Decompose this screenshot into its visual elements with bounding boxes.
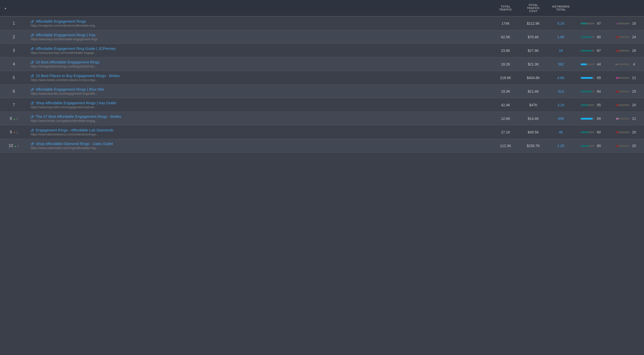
traffic-cell: 174K [493, 16, 518, 30]
page-title-container: Affordable Engagement Rings [31, 19, 490, 23]
page-url: https://www.brides.com/best-places-to-bu… [31, 78, 490, 82]
page-url: https://www.jcpenney.com/m/affordable-en… [31, 51, 490, 55]
page-title[interactable]: Shop Affordable Diamond Rings - Zales Ou… [36, 141, 113, 146]
cost-cell: $21.3K [518, 57, 548, 71]
pt-bar: 4 [616, 62, 637, 66]
pt-cell: 20 [609, 98, 644, 112]
dt-cell: 44 [574, 57, 609, 71]
pt-bar: 20 [616, 103, 637, 107]
traffic-cell: 12.6K [493, 112, 518, 125]
page-url: https://www.brides.com/gallery/affordabl… [31, 119, 490, 123]
dt-bar: 87 [581, 49, 602, 53]
table-row: 4 10 Best Affordable Engagement Rings ht… [0, 57, 644, 71]
keywords-cell: 582 [548, 57, 574, 71]
page-title-container: Shop Affordable Engagement Rings | Kay O… [31, 101, 490, 105]
cost-cell: $404.8K [518, 71, 548, 85]
col-header-traffic-cost: TOTALTRAFFICCOST [518, 0, 548, 16]
pt-bar: 20 [616, 144, 637, 148]
dt-cell: 89 [574, 71, 609, 85]
external-link-icon [31, 47, 34, 50]
position-cell: 3 [0, 44, 28, 57]
keywords-cell: 4K [548, 125, 574, 139]
dt-bar: 60 [581, 130, 602, 134]
page-title[interactable]: 15 Best Places to Buy Engagement Rings -… [36, 74, 120, 78]
cost-cell: $150.7K [518, 139, 548, 153]
col-header-position[interactable]: ▲ [0, 0, 28, 16]
page-title-container: The 27 Best Affordable Engagement Rings … [31, 114, 490, 119]
cost-cell: $27.9K [518, 44, 548, 57]
position-cell: 9 ▼1 [0, 125, 28, 139]
dt-bar: 89 [581, 117, 602, 121]
dt-bar: 80 [581, 35, 602, 39]
col-header-pt [609, 0, 644, 16]
pt-bar: 25 [616, 89, 637, 93]
table-row: 2 Affordable Engagement Rings | Kay http… [0, 30, 644, 44]
page-url: https://www.zalesoutlet.com/rings/afford… [31, 146, 490, 150]
page-title-container: Engagement Rings - Affordable Lab Diamon… [31, 128, 490, 132]
page-title[interactable]: Affordable Engagement Rings [36, 19, 86, 23]
pt-cell: 25 [609, 85, 644, 98]
page-url: https://modgents.com/collections/afforda… [31, 24, 490, 27]
table-row: 1 Affordable Engagement Rings https://mo… [0, 16, 644, 30]
keywords-cell: 4.6K [548, 71, 574, 85]
dt-bar: 89 [581, 76, 602, 80]
position-cell: 6 [0, 85, 28, 98]
col-header-url [28, 0, 493, 16]
page-title[interactable]: Affordable Engagement Rings | Blue Nile [36, 87, 104, 91]
pt-bar: 26 [616, 49, 637, 53]
dt-bar: 44 [581, 62, 602, 66]
position-cell: 7 [0, 98, 28, 112]
traffic-cell: 27.1K [493, 125, 518, 139]
url-cell: Affordable Engagement Rings | Blue Nile … [28, 85, 493, 98]
position-cell: 2 [0, 30, 28, 44]
keywords-cell: 1.2K [548, 139, 574, 153]
url-cell: Shop Affordable Engagement Rings | Kay O… [28, 98, 493, 112]
page-title[interactable]: Affordable Engagement Ring Guide | JCPen… [36, 46, 116, 51]
table-row: 3 Affordable Engagement Ring Guide | JCP… [0, 44, 644, 57]
keywords-cell: 1K [548, 44, 574, 57]
dt-cell: 47 [574, 16, 609, 30]
page-url: https://www.diamondnexus.com/collections… [31, 133, 490, 136]
page-title[interactable]: 10 Best Affordable Engagement Rings [36, 60, 100, 64]
dt-cell: 87 [574, 44, 609, 57]
external-link-icon [31, 115, 34, 118]
external-link-icon [31, 129, 34, 132]
dt-cell: 55 [574, 98, 609, 112]
pt-cell: 4 [609, 57, 644, 71]
keywords-cell: 3.1K [548, 98, 574, 112]
page-title[interactable]: Affordable Engagement Rings | Kay [36, 33, 96, 37]
traffic-cell: 42.4K [493, 98, 518, 112]
external-link-icon [31, 20, 34, 23]
page-title-container: Affordable Engagement Rings | Kay [31, 33, 490, 37]
cost-cell: $21.4K [518, 85, 548, 98]
dt-bar: 60 [581, 144, 602, 148]
url-cell: Affordable Engagement Rings | Kay https:… [28, 30, 493, 44]
url-cell: Affordable Engagement Rings https://modg… [28, 16, 493, 30]
external-link-icon [31, 34, 34, 37]
page-title[interactable]: Shop Affordable Engagement Rings | Kay O… [36, 101, 116, 105]
page-url: https://www.kay.com/affordable-engagemen… [31, 38, 490, 41]
dt-bar: 84 [581, 89, 602, 93]
table-row: 5 15 Best Places to Buy Engagement Rings… [0, 71, 644, 85]
external-link-icon [31, 61, 34, 64]
page-title-container: Affordable Engagement Ring Guide | JCPen… [31, 46, 490, 51]
page-title[interactable]: The 27 Best Affordable Engagement Rings … [36, 114, 121, 119]
traffic-cell: 23.8K [493, 44, 518, 57]
traffic-cell: 112.3K [493, 139, 518, 153]
position-cell: 10 ▲1 [0, 139, 28, 153]
pt-cell: 21 [609, 112, 644, 125]
url-cell: 10 Best Affordable Engagement Rings http… [28, 57, 493, 71]
col-header-keywords: KEYWORDSTOTAL [548, 0, 574, 16]
pt-bar: 24 [616, 35, 637, 39]
table-row: 8 ▲1 The 27 Best Affordable Engagement R… [0, 112, 644, 125]
url-cell: 15 Best Places to Buy Engagement Rings -… [28, 71, 493, 85]
page-title-container: Shop Affordable Diamond Rings - Zales Ou… [31, 141, 490, 146]
position-cell: 5 [0, 71, 28, 85]
cost-cell: $48.5K [518, 125, 548, 139]
page-url: https://vintagediamondring.com/blogs/lis… [31, 65, 490, 68]
page-title[interactable]: Engagement Rings - Affordable Lab Diamon… [36, 128, 113, 132]
keywords-cell: 1.8K [548, 30, 574, 44]
col-header-traffic: TOTALTRAFFIC [493, 0, 518, 16]
pt-bar: 21 [616, 117, 637, 121]
page-title-container: Affordable Engagement Rings | Blue Nile [31, 87, 490, 91]
